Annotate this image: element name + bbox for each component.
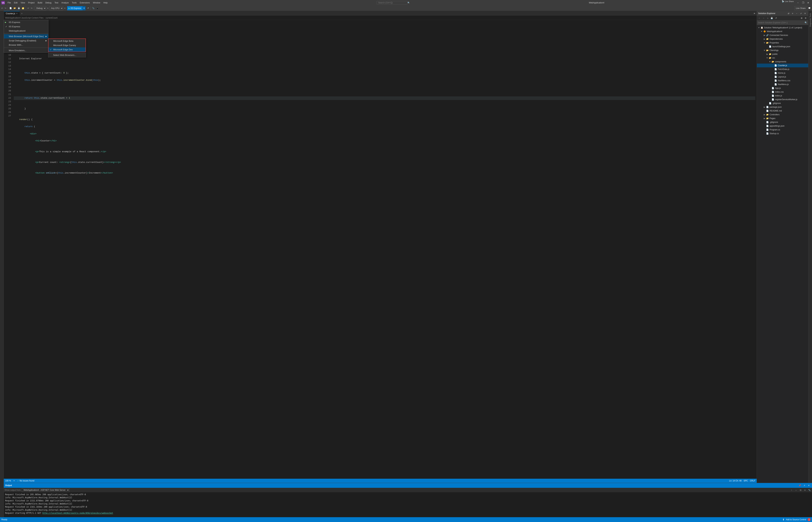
browser-edge-canary[interactable]: Microsoft Edge Canary [48,43,85,47]
output-toolbar-btn3[interactable]: ⊡ [798,488,803,492]
notification-icon[interactable]: 1 [808,518,811,521]
code-content[interactable]: import React, { Component Firefox Google… [13,20,757,479]
output-pin-btn[interactable]: 📌 [798,483,802,487]
expand-controllers[interactable]: ▶ [763,114,766,116]
save-all-btn[interactable]: 🗂️ [21,6,25,11]
back-button[interactable]: ↩ [1,6,4,11]
select-web-browsers[interactable]: Select Web Browsers... [48,53,86,57]
output-toolbar-btn4[interactable]: ≡ [803,488,807,492]
iis-option-iis-express-checked[interactable]: IIS Express [4,24,48,29]
menu-tools[interactable]: Tools [70,1,78,5]
tree-launchsettings[interactable]: 📄 launchSettings.json [757,45,808,48]
tree-clientapp[interactable]: ▼ 📂 ClientApp [757,48,808,52]
tree-public[interactable]: ▶ 📁 public [757,52,808,56]
iis-option-more-emulators[interactable]: More Emulators... [4,48,48,53]
tree-gitignore-src[interactable]: 📄 .gitignore [757,101,808,105]
iis-express-dropdown-arrow[interactable]: ▼ [82,6,85,10]
tree-navmenu-js[interactable]: 📄 NavMenu.js [757,82,808,86]
close-button[interactable]: ✕ [806,0,811,5]
se-filter-btn[interactable]: ⊞ [799,16,804,20]
new-tab-btn[interactable]: + [20,12,24,15]
expand-project[interactable]: ▼ [760,30,763,33]
expand-properties[interactable]: ▼ [763,42,766,44]
output-source-dropdown[interactable]: WebApplication4 - ASP.NET Core Web Serve… [22,488,69,492]
status-zoom[interactable]: 100 % [5,480,11,482]
browser-edge-beta[interactable]: Microsoft Edge Beta [48,39,85,43]
tab-close-btn[interactable]: ✕ [16,13,18,15]
scroll-tabs-right[interactable]: ▶ [754,12,755,15]
status-issues[interactable]: ✓ No issues found [17,480,34,482]
cpu-config-dropdown[interactable]: Any CPU [49,6,63,10]
menu-view[interactable]: View [19,1,26,5]
se-forward-btn[interactable]: → [762,16,766,20]
tree-properties[interactable]: ▼ 📂 Properties [757,41,808,45]
se-props-btn[interactable]: ≡ [791,12,794,15]
menu-file[interactable]: File [6,1,12,5]
debug-config-dropdown[interactable]: Debug [35,6,46,10]
open-btn[interactable]: 📂 [13,6,17,11]
se-save-btn[interactable]: 💾 [770,16,774,20]
menu-window[interactable]: Window [92,1,102,5]
tree-dependencies[interactable]: ▶ 📁 Dependencies [757,37,808,41]
tree-gitignore[interactable]: 📄 .gitignore [757,120,808,124]
tree-home-js[interactable]: 📄 Home.js [757,71,808,75]
output-link[interactable]: http://localhost:44362/sockjs-node/858/g… [42,512,113,514]
se-search-input[interactable] [758,21,805,24]
redo-btn[interactable]: ↪ [30,6,33,11]
refresh-btn[interactable]: ↺ [87,6,89,11]
output-toolbar-btn2[interactable]: ↓ [794,488,798,492]
menu-project[interactable]: Project [27,1,36,5]
output-toolbar-btn5[interactable]: 🔧 [808,488,811,492]
se-minimize-btn[interactable]: − [795,12,798,15]
diagnostics-label[interactable]: Diagnostic Tools [809,12,811,28]
menu-analyze[interactable]: Analyze [60,1,70,5]
global-search[interactable] [377,1,408,4]
output-toolbar-btn1[interactable]: ↑ [790,488,793,492]
se-close-btn[interactable]: ✕ [803,12,807,15]
menu-extensions[interactable]: Extensions [78,1,91,5]
expand-solution[interactable]: ▼ [757,26,760,29]
se-float-btn[interactable]: ⇗ [799,12,803,15]
liveshare-btn[interactable]: 📡 Live Share [782,0,794,5]
tree-startup-cs[interactable]: 📄 Startup.cs [757,132,808,135]
tree-project[interactable]: ▼ 🔶 WebApplication4 [757,29,808,33]
menu-debug[interactable]: Debug [44,1,53,5]
tree-app-js[interactable]: 📄 App.js [757,86,808,90]
iis-express-run-button[interactable]: ▶ IIS Express [67,6,82,10]
iis-option-iis-express-run[interactable]: ▶ IIS Express [4,20,48,24]
source-control-label[interactable]: Add to Source Control [786,518,806,521]
save-btn[interactable]: 💾 [17,6,21,11]
browser-edge-dev[interactable]: Microsoft Edge Dev [48,47,85,52]
new-project-btn[interactable]: 📄 [9,6,13,11]
tree-counter-js[interactable]: 📄 Counter.js [757,64,808,67]
tree-src[interactable]: ▼ 📂 src [757,56,808,60]
tree-register-sw[interactable]: 📄 registerServiceWorker.js [757,98,808,101]
iis-option-browse-with[interactable]: Browse With... [4,43,48,47]
se-back-btn[interactable]: ← [757,16,761,20]
tree-pages[interactable]: ▶ 📁 Pages [757,117,808,120]
undo-btn[interactable]: ↩ [27,6,30,11]
expand-src[interactable]: ▼ [766,57,769,59]
tree-connected-services[interactable]: ▶ 🔗 Connected Services [757,33,808,37]
iis-option-script-debugging[interactable]: Script Debugging (Enabled) [4,39,48,43]
se-home-btn[interactable]: ⌂ [766,16,770,20]
menu-test[interactable]: Test [53,1,60,5]
se-refresh-btn[interactable]: ↺ [774,16,778,20]
tree-index-css[interactable]: 📄 index.css [757,90,808,94]
tree-package-json[interactable]: ▶ 📄 package.json [757,105,808,109]
expand-pages[interactable]: ▶ [763,117,766,120]
tree-navmenu-css[interactable]: 📄 NavMenu.css [757,79,808,82]
expand-public[interactable]: ▶ [766,53,769,55]
liveshare-toolbar-btn[interactable]: Live Share [794,6,807,10]
tab-counter-js[interactable]: Counter.js ✕ [4,11,20,16]
feedback-btn[interactable]: 💬 [808,6,811,11]
maximize-button[interactable]: ❐ [801,0,806,5]
tree-solution[interactable]: ▼ 📋 Solution 'WebApplication4' (1 of 1 p… [757,26,808,29]
tree-index-js[interactable]: 📄 index.js [757,94,808,98]
tree-readme[interactable]: 📄 README.md [757,109,808,113]
expand-components[interactable]: ▼ [769,60,771,63]
forward-button[interactable]: ↪ [4,6,7,11]
menu-build[interactable]: Build [36,1,44,5]
se-settings-btn[interactable]: ⚙ [804,16,808,20]
tree-layout-js[interactable]: 📄 Layout.js [757,75,808,79]
